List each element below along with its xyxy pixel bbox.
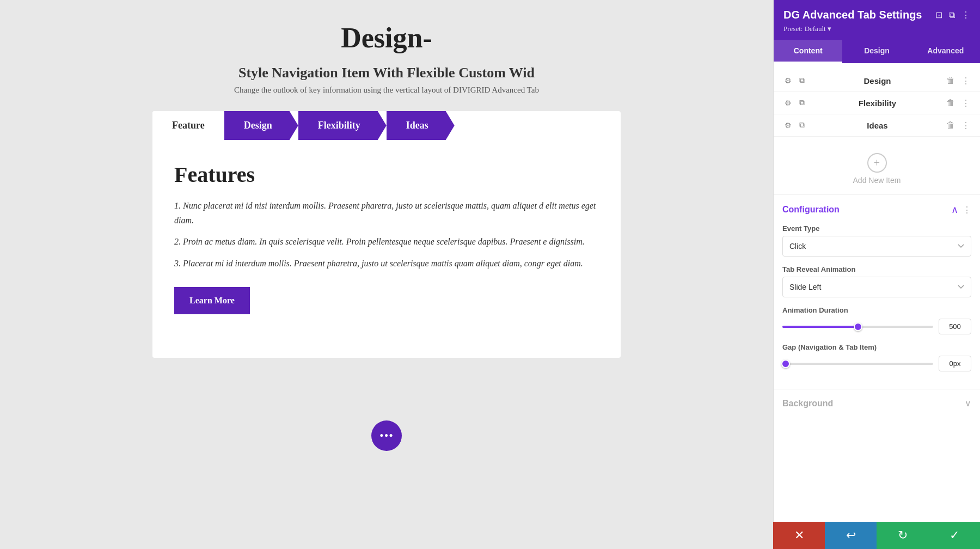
tab-flexibility[interactable]: Flexibility xyxy=(298,111,387,140)
more-options-icon[interactable]: ⋮ xyxy=(961,10,970,20)
sidebar-tab-advanced[interactable]: Advanced xyxy=(911,40,980,63)
features-list: 1. Nunc placerat mi id nisi interdum mol… xyxy=(174,198,599,271)
background-section: Background ∨ xyxy=(774,389,980,417)
screen-icon[interactable]: ⊡ xyxy=(935,10,942,20)
gap-row: Gap (Navigation & Tab Item) xyxy=(782,343,971,371)
learn-more-button[interactable]: Learn More xyxy=(174,287,250,314)
tab-navigation: Feature Design Flexibility Ideas xyxy=(152,111,621,140)
add-new-label: Add New Item xyxy=(853,176,901,185)
settings-icon[interactable]: ⚙ xyxy=(782,97,793,108)
sidebar-panel: DG Advanced Tab Settings ⊡ ⧉ ⋮ Preset: D… xyxy=(773,0,980,549)
tab-reveal-animation-row: Tab Reveal Animation Slide Left Slide Ri… xyxy=(782,265,971,297)
sidebar-tabs: Content Design Advanced xyxy=(774,40,980,63)
list-item: ⚙ ⧉ Ideas 🗑 ⋮ xyxy=(774,114,980,137)
redo-button[interactable]: ↻ xyxy=(877,522,928,549)
collapse-icon[interactable]: ∧ xyxy=(951,204,958,216)
tab-ideas[interactable]: Ideas xyxy=(387,111,455,140)
tab-item-label-flexibility: Flexibility xyxy=(814,99,941,108)
sidebar-tab-design[interactable]: Design xyxy=(842,40,911,63)
delete-icon[interactable]: 🗑 xyxy=(945,120,956,131)
configuration-title: Configuration xyxy=(782,205,840,215)
duplicate-icon[interactable]: ⧉ xyxy=(797,120,807,131)
sidebar-header: DG Advanced Tab Settings ⊡ ⧉ ⋮ Preset: D… xyxy=(774,0,980,40)
settings-icon[interactable]: ⚙ xyxy=(782,75,793,86)
delete-icon[interactable]: 🗑 xyxy=(945,97,956,108)
feature-item-1: 1. Nunc placerat mi id nisi interdum mol… xyxy=(174,198,599,228)
background-title: Background xyxy=(782,399,833,408)
more-icon[interactable]: ⋮ xyxy=(960,75,971,86)
columns-icon[interactable]: ⧉ xyxy=(949,10,955,20)
gap-label: Gap (Navigation & Tab Item) xyxy=(782,343,971,351)
background-arrow-icon: ∨ xyxy=(965,398,971,408)
list-item: ⚙ ⧉ Design 🗑 ⋮ xyxy=(774,70,980,92)
event-type-row: Event Type Click Hover xyxy=(782,224,971,257)
more-icon[interactable]: ⋮ xyxy=(960,120,971,131)
tab-design[interactable]: Design xyxy=(224,111,298,140)
event-type-label: Event Type xyxy=(782,224,971,233)
gap-track xyxy=(782,363,933,365)
main-content: Design- Style Navigation Item With Flexi… xyxy=(0,0,773,549)
tab-items-list: ⚙ ⧉ Design 🗑 ⋮ ⚙ ⧉ Flexibility 🗑 ⋮ xyxy=(774,63,980,143)
save-button[interactable]: ✓ xyxy=(928,522,980,549)
more-icon[interactable]: ⋮ xyxy=(960,97,971,108)
add-icon: + xyxy=(867,153,887,173)
tab-content-panel: Features 1. Nunc placerat mi id nisi int… xyxy=(152,140,621,358)
sidebar-body: ⚙ ⧉ Design 🗑 ⋮ ⚙ ⧉ Flexibility 🗑 ⋮ xyxy=(774,63,980,549)
page-description: Change the outlook of key information us… xyxy=(234,86,539,95)
gap-input[interactable] xyxy=(939,356,971,371)
tab-feature[interactable]: Feature xyxy=(152,111,224,140)
settings-icon[interactable]: ⚙ xyxy=(782,120,793,131)
background-header[interactable]: Background ∨ xyxy=(782,398,971,408)
animation-duration-track xyxy=(782,326,933,328)
tab-item-label-design: Design xyxy=(814,76,941,86)
animation-duration-row: Animation Duration xyxy=(782,306,971,334)
feature-item-2: 2. Proin ac metus diam. In quis sceleris… xyxy=(174,234,599,249)
configuration-header: Configuration ∧ ⋮ xyxy=(782,204,971,216)
features-heading: Features xyxy=(174,162,599,187)
page-subtitle: Style Navigation Item With Flexible Cust… xyxy=(238,65,535,81)
floating-dots-button[interactable]: ••• xyxy=(371,420,402,451)
list-item: ⚙ ⧉ Flexibility 🗑 ⋮ xyxy=(774,92,980,114)
feature-item-3: 3. Placerat mi id interdum mollis. Praes… xyxy=(174,256,599,271)
tab-item-label-ideas: Ideas xyxy=(814,121,941,130)
config-more-icon[interactable]: ⋮ xyxy=(963,205,971,215)
animation-duration-label: Animation Duration xyxy=(782,306,971,314)
cancel-button[interactable]: ✕ xyxy=(773,522,825,549)
animation-duration-input[interactable] xyxy=(939,319,971,334)
page-title: Design- xyxy=(341,22,432,54)
undo-button[interactable]: ↩ xyxy=(825,522,877,549)
duplicate-icon[interactable]: ⧉ xyxy=(797,75,807,86)
tab-reveal-label: Tab Reveal Animation xyxy=(782,265,971,273)
delete-icon[interactable]: 🗑 xyxy=(945,75,956,86)
sidebar-tab-content[interactable]: Content xyxy=(774,40,842,63)
sidebar-title: DG Advanced Tab Settings xyxy=(783,9,922,21)
bottom-toolbar: ✕ ↩ ↻ ✓ xyxy=(773,522,980,549)
duplicate-icon[interactable]: ⧉ xyxy=(797,97,807,108)
configuration-section: Configuration ∧ ⋮ Event Type Click Hover… xyxy=(774,195,980,389)
preset-selector[interactable]: Preset: Default ▾ xyxy=(783,25,831,33)
add-new-item-button[interactable]: + Add New Item xyxy=(774,143,980,195)
tab-reveal-select[interactable]: Slide Left Slide Right Fade None xyxy=(782,277,971,297)
event-type-select[interactable]: Click Hover xyxy=(782,236,971,257)
